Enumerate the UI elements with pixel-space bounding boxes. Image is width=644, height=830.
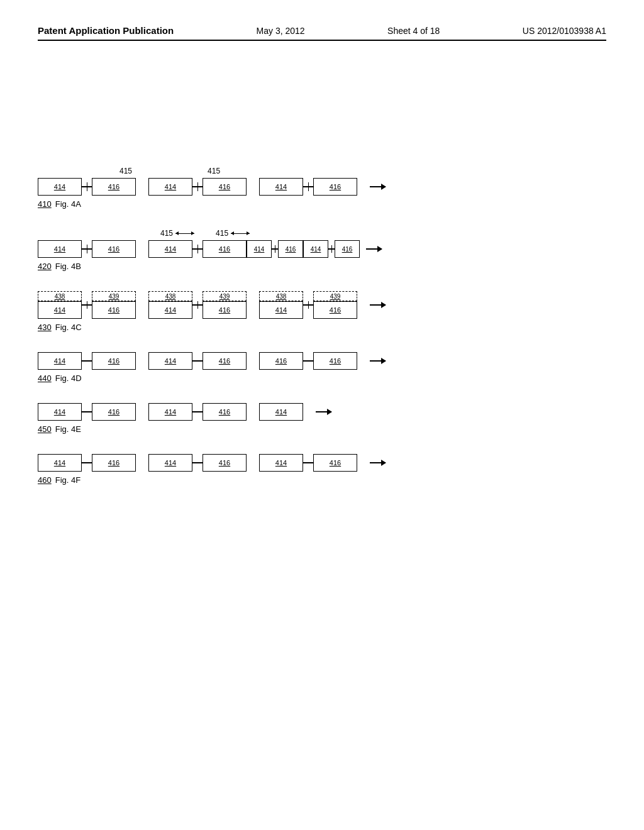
fig-4a-label: 410 Fig. 4A: [38, 199, 606, 209]
4b-seg-414: 414: [38, 240, 82, 258]
figure-4a-row: 415 415 414 416 414 416: [38, 167, 606, 209]
seg-416b: 416: [203, 178, 247, 196]
label-414: 414: [54, 183, 65, 191]
publication-title: Patent Application Publication: [38, 25, 174, 36]
fig-4f-num: 460: [38, 475, 52, 485]
label-414b: 414: [165, 183, 176, 191]
fig-4e-label: 450 Fig. 4E: [38, 424, 606, 434]
label-416c: 416: [330, 183, 341, 191]
arrow-4f: [370, 462, 386, 463]
fig-4e-name: Fig. 4E: [55, 424, 81, 434]
fig-4a-num: 410: [38, 199, 52, 209]
fig-4d-label: 440 Fig. 4D: [38, 374, 606, 383]
4d-416c: 416: [259, 352, 303, 370]
4b-seg-416b: 416: [203, 240, 247, 258]
dim-label-415b-left: 415: [160, 229, 173, 238]
4c-pair1: 438 414: [38, 291, 82, 319]
fig-4c-num: 430: [38, 323, 52, 332]
4e-416b: 416: [203, 403, 247, 421]
figure-4d-row: 414 416 414 416 416 416 440 Fig. 4D: [38, 352, 606, 383]
4b-seg-416: 416: [92, 240, 136, 258]
fig-4c-label: 430 Fig. 4C: [38, 323, 606, 332]
4c-pair3: 438 414: [148, 291, 192, 319]
fig-4d-num: 440: [38, 374, 52, 383]
figure-4c-row: 438 414 439 416 438 414: [38, 291, 606, 332]
figure-4f-row: 414 416 414 416 414 416 460 Fig. 4F: [38, 454, 606, 485]
dim-label-415b-right: 415: [216, 229, 228, 238]
4f-416: 416: [92, 454, 136, 472]
4b-seg-416d: 416: [335, 240, 360, 258]
label-416b: 416: [219, 183, 230, 191]
sheet-info: Sheet 4 of 18: [387, 26, 440, 36]
label-416: 416: [108, 183, 119, 191]
publication-date: May 3, 2012: [257, 26, 305, 36]
dim-label-415-left: 415: [119, 167, 132, 175]
4e-414: 414: [38, 403, 82, 421]
arrow-4b: [366, 248, 382, 250]
seg-414b: 414: [148, 178, 192, 196]
4e-414c: 414: [259, 403, 303, 421]
fig-4b-name: Fig. 4B: [55, 262, 81, 271]
dim-label-415-right: 415: [208, 167, 220, 175]
connector3: [303, 186, 313, 187]
page-header: Patent Application Publication May 3, 20…: [38, 25, 606, 41]
4f-416b: 416: [203, 454, 247, 472]
4f-414: 414: [38, 454, 82, 472]
fig-4b-label: 420 Fig. 4B: [38, 262, 606, 271]
arrow-4d: [370, 360, 386, 362]
figure-4b-row: 415 415 414 416: [38, 229, 606, 271]
fig-4d-name: Fig. 4D: [55, 374, 82, 383]
4d-416: 416: [92, 352, 136, 370]
connector: [82, 186, 92, 187]
4c-pair6: 439 416: [313, 291, 357, 319]
arrow-4e: [316, 411, 331, 412]
4f-414c: 414: [259, 454, 303, 472]
label-414c: 414: [275, 183, 287, 191]
4b-seg-414b: 414: [148, 240, 192, 258]
figure-4e-row: 414 416 414 416 414 450 Fig. 4E: [38, 403, 606, 434]
fig-4f-name: Fig. 4F: [55, 475, 80, 485]
4e-414b: 414: [148, 403, 192, 421]
fig-4b-num: 420: [38, 262, 52, 271]
4d-414: 414: [38, 352, 82, 370]
4c-pair4: 439 416: [203, 291, 247, 319]
4c-pair2: 439 416: [92, 291, 136, 319]
seg-416c: 416: [313, 178, 357, 196]
4d-416b: 416: [203, 352, 247, 370]
4b-seg-414c: 414: [247, 240, 272, 258]
4f-414b: 414: [148, 454, 192, 472]
4b-seg-416c: 416: [278, 240, 303, 258]
4b-seg-414d: 414: [303, 240, 328, 258]
diagrams-area: 415 415 414 416 414 416: [38, 167, 606, 485]
4d-414b: 414: [148, 352, 192, 370]
seg-416: 416: [92, 178, 136, 196]
4d-416d: 416: [313, 352, 357, 370]
fig-4f-label: 460 Fig. 4F: [38, 475, 606, 485]
arrow-4c: [370, 304, 386, 306]
seg-414: 414: [38, 178, 82, 196]
arrow-4a: [370, 186, 386, 187]
fig-4c-name: Fig. 4C: [55, 323, 82, 332]
4f-416c: 416: [313, 454, 357, 472]
4c-pair5: 438 414: [259, 291, 303, 319]
fig-4a-name: Fig. 4A: [55, 199, 81, 209]
patent-number: US 2012/0103938 A1: [523, 26, 606, 36]
connector2: [192, 186, 203, 187]
seg-414c: 414: [259, 178, 303, 196]
page: Patent Application Publication May 3, 20…: [0, 0, 644, 830]
fig-4e-num: 450: [38, 424, 52, 434]
4e-416: 416: [92, 403, 136, 421]
